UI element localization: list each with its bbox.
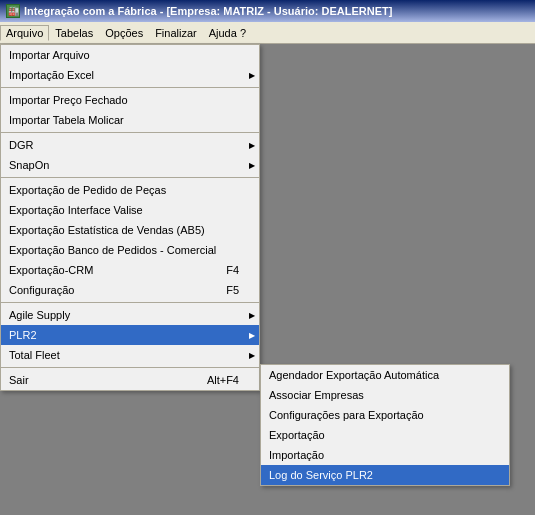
total-fleet-label: Total Fleet — [9, 349, 60, 361]
menu-item-snapon[interactable]: SnapOn — [1, 155, 259, 175]
submenu-configuracoes-exportacao[interactable]: Configurações para Exportação — [261, 405, 509, 425]
menu-item-dgr[interactable]: DGR — [1, 135, 259, 155]
exportacao-crm-label: Exportação-CRM — [9, 264, 93, 276]
plr2-label: PLR2 — [9, 329, 37, 341]
menu-opcoes[interactable]: Opções — [99, 25, 149, 41]
importar-tabela-label: Importar Tabela Molicar — [9, 114, 124, 126]
separator-2 — [1, 132, 259, 133]
menu-tabelas[interactable]: Tabelas — [49, 25, 99, 41]
menu-item-exportacao-banco[interactable]: Exportação Banco de Pedidos - Comercial — [1, 240, 259, 260]
menu-item-sair[interactable]: Sair Alt+F4 — [1, 370, 259, 390]
exportacao-label: Exportação — [269, 429, 325, 441]
exportacao-banco-label: Exportação Banco de Pedidos - Comercial — [9, 244, 216, 256]
menu-item-exportacao-crm[interactable]: Exportação-CRM F4 — [1, 260, 259, 280]
menubar: Arquivo Tabelas Opções Finalizar Ajuda ? — [0, 22, 535, 44]
menu-item-exportacao-pedido[interactable]: Exportação de Pedido de Peças — [1, 180, 259, 200]
menu-arquivo[interactable]: Arquivo — [0, 25, 49, 41]
log-servico-plr2-label: Log do Serviço PLR2 — [269, 469, 373, 481]
submenu-associar-empresas[interactable]: Associar Empresas — [261, 385, 509, 405]
associar-empresas-label: Associar Empresas — [269, 389, 364, 401]
menu-item-importar-tabela[interactable]: Importar Tabela Molicar — [1, 110, 259, 130]
exportacao-pedido-label: Exportação de Pedido de Peças — [9, 184, 166, 196]
exportacao-interface-label: Exportação Interface Valise — [9, 204, 143, 216]
exportacao-crm-shortcut: F4 — [226, 264, 239, 276]
submenu-plr2: Agendador Exportação Automática Associar… — [260, 364, 510, 486]
snapon-label: SnapOn — [9, 159, 49, 171]
separator-4 — [1, 302, 259, 303]
menu-finalizar[interactable]: Finalizar — [149, 25, 203, 41]
main-content: Importar Arquivo Importação Excel Import… — [0, 44, 535, 515]
submenu-importacao[interactable]: Importação — [261, 445, 509, 465]
importar-arquivo-label: Importar Arquivo — [9, 49, 90, 61]
separator-3 — [1, 177, 259, 178]
sair-label: Sair — [9, 374, 29, 386]
menu-item-importar-arquivo[interactable]: Importar Arquivo — [1, 45, 259, 65]
exportacao-estatistica-label: Exportação Estatística de Vendas (AB5) — [9, 224, 205, 236]
app-icon: 🏭 — [6, 4, 20, 18]
menu-item-plr2[interactable]: PLR2 — [1, 325, 259, 345]
agile-supply-label: Agile Supply — [9, 309, 70, 321]
menu-item-configuracao[interactable]: Configuração F5 — [1, 280, 259, 300]
menu-item-exportacao-estatistica[interactable]: Exportação Estatística de Vendas (AB5) — [1, 220, 259, 240]
dropdown-arquivo: Importar Arquivo Importação Excel Import… — [0, 44, 260, 391]
configuracao-shortcut: F5 — [226, 284, 239, 296]
configuracoes-exportacao-label: Configurações para Exportação — [269, 409, 424, 421]
submenu-log-servico-plr2[interactable]: Log do Serviço PLR2 — [261, 465, 509, 485]
title-bar: 🏭 Integração com a Fábrica - [Empresa: M… — [0, 0, 535, 22]
menu-item-importacao-excel[interactable]: Importação Excel — [1, 65, 259, 85]
separator-5 — [1, 367, 259, 368]
menu-item-agile-supply[interactable]: Agile Supply — [1, 305, 259, 325]
window-title: Integração com a Fábrica - [Empresa: MAT… — [24, 5, 392, 17]
configuracao-label: Configuração — [9, 284, 74, 296]
menu-item-exportacao-interface[interactable]: Exportação Interface Valise — [1, 200, 259, 220]
sair-shortcut: Alt+F4 — [207, 374, 239, 386]
submenu-exportacao[interactable]: Exportação — [261, 425, 509, 445]
importar-preco-label: Importar Preço Fechado — [9, 94, 128, 106]
menu-item-total-fleet[interactable]: Total Fleet — [1, 345, 259, 365]
submenu-agendador[interactable]: Agendador Exportação Automática — [261, 365, 509, 385]
dgr-label: DGR — [9, 139, 33, 151]
importacao-label: Importação — [269, 449, 324, 461]
menu-item-importar-preco[interactable]: Importar Preço Fechado — [1, 90, 259, 110]
menu-ajuda[interactable]: Ajuda ? — [203, 25, 252, 41]
importacao-excel-label: Importação Excel — [9, 69, 94, 81]
agendador-label: Agendador Exportação Automática — [269, 369, 439, 381]
separator-1 — [1, 87, 259, 88]
